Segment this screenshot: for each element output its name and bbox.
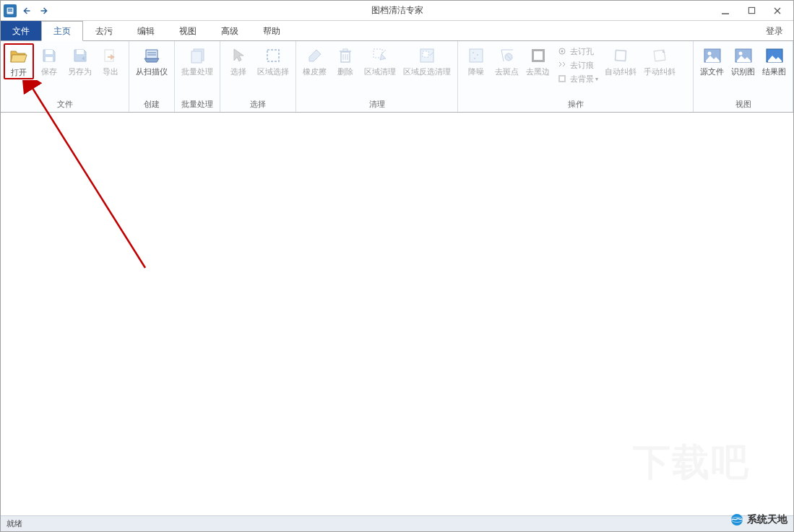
delete-label: 删除 <box>337 67 353 76</box>
saveas-button[interactable]: 另存为 <box>64 43 95 78</box>
svg-rect-24 <box>423 51 428 57</box>
maximize-button[interactable] <box>738 3 764 19</box>
depunch-button[interactable]: 去订孔 <box>555 45 600 58</box>
svg-rect-37 <box>615 50 626 61</box>
group-clean-label: 清理 <box>299 97 454 112</box>
svg-rect-8 <box>46 57 53 61</box>
broom-area-icon <box>370 45 390 66</box>
scanner-icon <box>142 45 162 66</box>
recogimg-button[interactable]: 识别图 <box>728 43 759 78</box>
ribbon: 打开 保存 另存为 导出 文件 <box>1 40 793 113</box>
tab-help[interactable]: 帮助 <box>251 21 293 41</box>
tab-clean[interactable]: 去污 <box>83 21 125 41</box>
open-button[interactable]: 打开 <box>4 43 34 79</box>
export-button[interactable]: 导出 <box>95 43 126 78</box>
svg-rect-15 <box>267 50 279 61</box>
close-button[interactable] <box>764 3 790 19</box>
autodeskew-button[interactable]: 自动纠斜 <box>601 43 640 78</box>
areaselect-button[interactable]: 区域选择 <box>254 43 293 78</box>
deblack-button[interactable]: 去黑边 <box>522 43 553 78</box>
group-operate-label: 操作 <box>461 97 690 112</box>
srcimg-button[interactable]: 源文件 <box>696 43 728 78</box>
ribbon-tabs: 文件 主页 去污 编辑 视图 高级 帮助 登录 <box>1 21 793 41</box>
open-label: 打开 <box>11 68 27 77</box>
depunch-label: 去订孔 <box>570 46 594 57</box>
save-icon <box>39 45 59 66</box>
despeckle-button[interactable]: 去斑点 <box>491 43 522 78</box>
denoise-label: 降噪 <box>468 67 484 76</box>
denoise-button[interactable]: 降噪 <box>461 43 491 78</box>
group-create: 从扫描仪 创建 <box>129 41 175 112</box>
svg-rect-4 <box>748 7 754 13</box>
undo-button[interactable] <box>20 3 35 19</box>
minimize-button[interactable] <box>712 3 738 19</box>
manualdeskew-icon <box>650 45 670 66</box>
tab-advanced[interactable]: 高级 <box>209 21 251 41</box>
svg-rect-38 <box>616 51 626 61</box>
fromscanner-button[interactable]: 从扫描仪 <box>132 43 171 78</box>
save-button[interactable]: 保存 <box>34 43 64 78</box>
deblack-label: 去黑边 <box>526 67 550 76</box>
marquee-icon <box>263 45 283 66</box>
manualdeskew-button[interactable]: 手动纠斜 <box>640 43 679 78</box>
login-link[interactable]: 登录 <box>756 21 793 41</box>
batch-button[interactable]: 批量处理 <box>178 43 217 78</box>
group-operate: 降噪 去斑点 去黑边 去订孔 <box>458 41 694 112</box>
chevron-down-icon: ▾ <box>595 76 598 82</box>
group-file-label: 文件 <box>4 97 126 112</box>
denoise-icon <box>466 45 486 66</box>
image-recog-icon <box>733 45 754 66</box>
svg-rect-14 <box>191 51 202 63</box>
select-button[interactable]: 选择 <box>223 43 254 78</box>
areaclean-button[interactable]: 区域清理 <box>361 43 400 78</box>
destitch-label: 去订痕 <box>570 60 594 71</box>
svg-point-43 <box>738 52 742 56</box>
brand-watermark: 系统天地 <box>730 513 787 527</box>
recogimg-label: 识别图 <box>731 67 755 76</box>
areaclean-label: 区域清理 <box>364 67 396 76</box>
saveas-label: 另存为 <box>68 67 92 76</box>
select-label: 选择 <box>230 67 246 76</box>
autodeskew-icon <box>610 45 631 66</box>
svg-rect-36 <box>560 77 564 81</box>
punchhole-icon <box>556 45 568 57</box>
tab-view[interactable]: 视图 <box>167 21 209 41</box>
group-create-label: 创建 <box>132 97 171 112</box>
manualdeskew-label: 手动纠斜 <box>644 67 676 76</box>
deblackborder-icon <box>528 45 548 66</box>
saveas-icon <box>70 45 90 66</box>
trash-icon <box>335 45 355 66</box>
tab-home[interactable]: 主页 <box>41 21 83 41</box>
redo-button[interactable] <box>35 3 51 19</box>
despeckle-icon <box>497 45 517 66</box>
resultimg-button[interactable]: 结果图 <box>759 43 790 78</box>
areaselect-label: 区域选择 <box>257 67 289 76</box>
save-label: 保存 <box>41 67 57 76</box>
svg-point-41 <box>707 52 711 56</box>
tab-edit[interactable]: 编辑 <box>125 21 167 41</box>
image-icon <box>702 45 722 66</box>
batch-icon <box>187 45 207 66</box>
group-file: 打开 保存 另存为 导出 文件 <box>1 41 129 112</box>
app-icon <box>4 4 17 17</box>
globe-icon <box>730 513 744 527</box>
image-result-icon <box>764 45 785 66</box>
areainvclean-button[interactable]: 区域反选清理 <box>400 43 454 78</box>
destitch-button[interactable]: 去订痕 <box>555 58 600 71</box>
svg-rect-7 <box>46 50 53 54</box>
areainvclean-label: 区域反选清理 <box>403 67 451 76</box>
eraser-button[interactable]: 橡皮擦 <box>299 43 330 78</box>
autodeskew-label: 自动纠斜 <box>605 67 637 76</box>
batch-label: 批量处理 <box>181 67 213 76</box>
delete-button[interactable]: 删除 <box>330 43 361 78</box>
tab-file[interactable]: 文件 <box>1 21 41 41</box>
svg-point-26 <box>472 52 474 53</box>
background-icon <box>556 73 568 84</box>
debg-button[interactable]: 去背景 ▾ <box>555 72 600 85</box>
eraser-label: 橡皮擦 <box>303 67 327 76</box>
window-title: 图档清洁专家 <box>371 4 423 17</box>
group-select: 选择 区域选择 选择 <box>220 41 296 112</box>
svg-rect-25 <box>470 49 483 62</box>
stitch-icon <box>556 59 568 71</box>
svg-rect-32 <box>534 51 543 60</box>
